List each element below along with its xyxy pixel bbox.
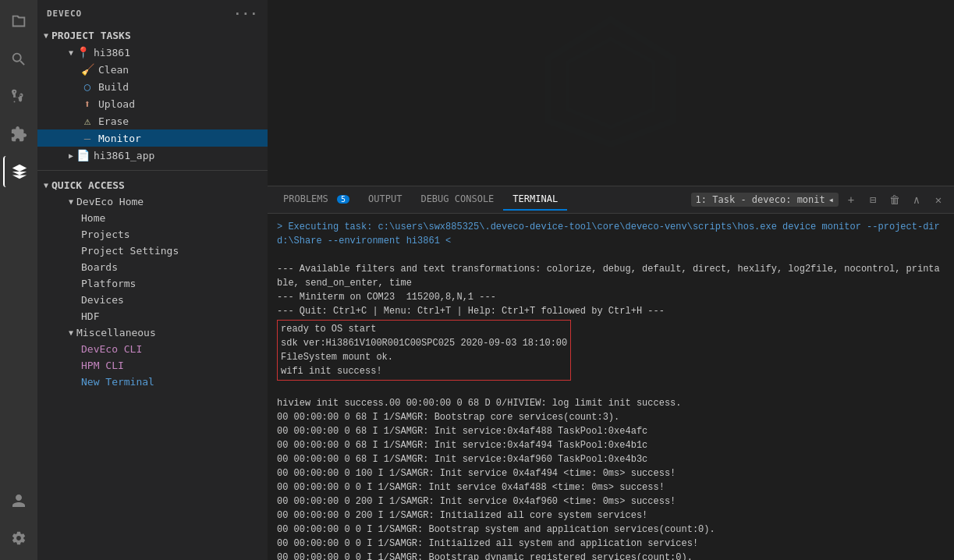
add-terminal-button[interactable]: +	[842, 190, 860, 209]
upload-icon: ⬆	[81, 97, 94, 110]
hi3861-app-chevron: ▶	[69, 151, 73, 160]
editor-area	[268, 0, 954, 186]
kill-terminal-button[interactable]: 🗑	[885, 190, 904, 209]
split-icon: ⊟	[870, 193, 876, 206]
terminal-line-samgr2: 00 00:00:00 0 68 I 1/SAMGR: Init service…	[277, 424, 945, 438]
sidebar-item-upload[interactable]: ⬆ Upload	[37, 95, 268, 112]
terminal-line-samgr8: 00 00:00:00 0 200 I 1/SAMGR: Initialized…	[277, 509, 945, 523]
extensions-icon[interactable]	[3, 119, 34, 150]
close-icon: ✕	[935, 193, 942, 206]
terminal-line-sdk: sdk ver:Hi3861V100R001C00SPC025 2020-09-…	[281, 336, 567, 350]
sidebar-item-hi3861-app[interactable]: ▶ 📄 hi3861_app	[37, 147, 268, 164]
project-tasks-chevron: ▼	[44, 31, 48, 40]
activity-bar-bottom	[3, 485, 34, 554]
miscellaneous-label: Miscellaneous	[76, 327, 156, 338]
sidebar-item-deveco-home[interactable]: ▼ DevEco Home	[37, 193, 268, 210]
devices-label: Devices	[81, 294, 124, 306]
sidebar-title: DEVECO	[47, 9, 82, 19]
terminal-line-samgr1: 00 00:00:00 0 68 I 1/SAMGR: Bootstrap co…	[277, 410, 945, 424]
sidebar-item-boards[interactable]: Boards	[37, 259, 268, 275]
build-label: Build	[98, 81, 129, 93]
terminal-instance-dropdown[interactable]: 1: Task - deveco: monit ◂	[691, 193, 839, 207]
terminal-line-quit: --- Quit: Ctrl+C | Menu: Ctrl+T | Help: …	[277, 304, 945, 318]
sidebar-item-platforms[interactable]: Platforms	[37, 275, 268, 292]
sidebar-item-project-settings[interactable]: Project Settings	[37, 243, 268, 259]
chevron-up-icon: ∧	[913, 193, 920, 206]
maximize-panel-button[interactable]: ∧	[907, 190, 926, 209]
quick-access-chevron: ▼	[44, 181, 48, 190]
sidebar-item-miscellaneous[interactable]: ▼ Miscellaneous	[37, 324, 268, 341]
close-panel-button[interactable]: ✕	[929, 190, 948, 209]
terminal-line-samgr6: 00 00:00:00 0 0 I 1/SAMGR: Init service …	[277, 480, 945, 494]
main-content: PROBLEMS 5 OUTPUT DEBUG CONSOLE TERMINAL…	[268, 0, 954, 560]
terminal-line-samgr5: 00 00:00:00 0 100 I 1/SAMGR: Init servic…	[277, 466, 945, 480]
deveco-icon[interactable]	[3, 156, 34, 187]
sidebar-item-erase[interactable]: ⚠ Erase	[37, 112, 268, 129]
terminal-line-blank2	[277, 382, 945, 396]
hpm-cli-label: HPM CLI	[81, 360, 124, 371]
sidebar-divider	[37, 170, 268, 171]
deveco-watermark	[533, 12, 689, 174]
terminal-instance-label: 1: Task - deveco: monit	[696, 194, 825, 205]
tab-output[interactable]: OUTPUT	[359, 189, 411, 211]
sidebar-item-build[interactable]: ○ Build	[37, 78, 268, 95]
hi3861-label: hi3861	[94, 47, 130, 58]
terminal-line-ready: ready to OS start	[281, 322, 567, 336]
sidebar-item-projects[interactable]: Projects	[37, 226, 268, 243]
terminal-line-wifi: wifi init success!	[281, 364, 567, 378]
tab-problems[interactable]: PROBLEMS 5	[274, 189, 359, 211]
boards-label: Boards	[81, 261, 118, 273]
monitor-label: Monitor	[98, 133, 141, 144]
sidebar-item-devices[interactable]: Devices	[37, 292, 268, 308]
upload-label: Upload	[98, 98, 135, 110]
terminal-panel: PROBLEMS 5 OUTPUT DEBUG CONSOLE TERMINAL…	[268, 186, 954, 560]
clean-label: Clean	[98, 64, 129, 76]
settings-icon[interactable]	[3, 523, 34, 554]
terminal-line-samgr3: 00 00:00:00 0 68 I 1/SAMGR: Init service…	[277, 438, 945, 452]
new-terminal-label: New Terminal	[81, 376, 154, 388]
activity-bar	[0, 0, 37, 560]
project-tasks-section[interactable]: ▼ PROJECT TASKS	[37, 27, 268, 44]
terminal-content[interactable]: > Executing task: c:\users\swx885325\.de…	[268, 214, 954, 560]
quick-access-label: QUICK ACCESS	[51, 179, 125, 191]
svg-marker-2	[587, 58, 634, 110]
terminal-line-filesystem: FileSystem mount ok.	[281, 350, 567, 364]
terminal-line-blank1	[277, 248, 945, 262]
sidebar-item-new-terminal[interactable]: New Terminal	[37, 374, 268, 390]
sidebar-item-home[interactable]: Home	[37, 210, 268, 226]
files-icon[interactable]	[3, 6, 34, 37]
account-icon[interactable]	[3, 485, 34, 516]
monitor-icon: —	[81, 132, 94, 144]
project-tasks-label: PROJECT TASKS	[51, 30, 131, 41]
tab-debug-console[interactable]: DEBUG CONSOLE	[411, 189, 503, 211]
tab-terminal[interactable]: TERMINAL	[503, 189, 567, 211]
search-icon[interactable]	[3, 44, 34, 75]
hdf-label: HDF	[81, 310, 99, 322]
sidebar-more-button[interactable]: ···	[233, 6, 258, 21]
tab-output-label: OUTPUT	[368, 193, 402, 204]
sidebar: DEVECO ··· ▼ PROJECT TASKS ▼ 📍 hi3861 🧹 …	[37, 0, 268, 560]
sidebar-item-hi3861[interactable]: ▼ 📍 hi3861	[37, 44, 268, 61]
sidebar-header: DEVECO ···	[37, 0, 268, 27]
hi3861-icon: 📍	[76, 46, 89, 58]
quick-access-section[interactable]: ▼ QUICK ACCESS	[37, 177, 268, 193]
problems-badge: 5	[337, 195, 349, 204]
hi3861-app-label: hi3861_app	[94, 150, 154, 161]
miscellaneous-chevron: ▼	[69, 328, 73, 337]
sidebar-item-clean[interactable]: 🧹 Clean	[37, 61, 268, 78]
sidebar-item-hpm-cli[interactable]: HPM CLI	[37, 357, 268, 374]
project-settings-label: Project Settings	[81, 245, 179, 257]
tab-problems-label: PROBLEMS	[283, 193, 328, 204]
sidebar-item-deveco-cli[interactable]: DevEco CLI	[37, 341, 268, 357]
clean-icon: 🧹	[81, 63, 94, 76]
add-icon: +	[848, 193, 854, 206]
tab-debug-console-label: DEBUG CONSOLE	[420, 193, 494, 204]
terminal-line-samgr7: 00 00:00:00 0 200 I 1/SAMGR: Init servic…	[277, 494, 945, 509]
hi3861-app-icon: 📄	[76, 149, 89, 161]
sidebar-item-hdf[interactable]: HDF	[37, 308, 268, 324]
platforms-label: Platforms	[81, 278, 136, 289]
source-control-icon[interactable]	[3, 81, 34, 112]
split-terminal-button[interactable]: ⊟	[864, 190, 882, 209]
sidebar-item-monitor[interactable]: — Monitor	[37, 129, 268, 147]
deveco-cli-label: DevEco CLI	[81, 343, 142, 355]
